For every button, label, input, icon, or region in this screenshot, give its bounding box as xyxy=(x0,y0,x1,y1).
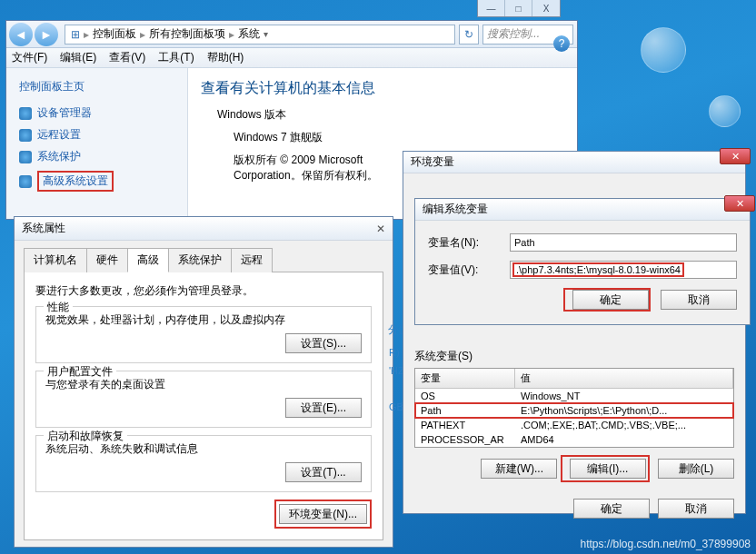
group-profiles: 用户配置文件 与您登录有关的桌面设置 设置(E)... xyxy=(35,371,372,428)
minimize-button[interactable]: — xyxy=(478,0,505,16)
nav-back-button[interactable]: ◄ xyxy=(9,23,33,46)
perf-settings-button[interactable]: 设置(S)... xyxy=(285,333,362,353)
cancel-button[interactable]: 取消 xyxy=(658,499,734,519)
watermark: https://blog.csdn.net/m0_37899908 xyxy=(581,538,751,550)
menu-tool[interactable]: 工具(T) xyxy=(158,50,194,65)
device-icon xyxy=(19,107,32,120)
menu-view[interactable]: 查看(V) xyxy=(109,50,145,65)
breadcrumb-dropdown-icon[interactable]: ▾ xyxy=(264,29,268,39)
address-toolbar: ◄ ► ⊞ ▸ 控制面板 ▸ 所有控制面板项 ▸ 系统 ▾ ↻ 搜索控制... xyxy=(6,21,577,48)
gear-icon xyxy=(19,175,32,188)
tab-protection[interactable]: 系统保护 xyxy=(168,248,232,272)
close-button[interactable]: ✕ xyxy=(720,148,751,164)
startup-settings-button[interactable]: 设置(T)... xyxy=(285,462,362,482)
menu-file[interactable]: 文件(F) xyxy=(12,50,47,65)
env-vars-button[interactable]: 环境变量(N)... xyxy=(279,504,367,524)
shield-icon xyxy=(19,151,32,163)
system-properties-dialog: 系统属性 ✕ 计算机名 硬件 高级 系统保护 远程 要进行大多数更改，您必须作为… xyxy=(14,216,393,548)
group-performance: 性能 视觉效果，处理器计划，内存使用，以及虚拟内存 设置(S)... xyxy=(35,306,372,363)
nav-forward-button[interactable]: ► xyxy=(35,23,58,46)
dialog-titlebar: 编辑系统变量 xyxy=(415,199,750,221)
table-row[interactable]: PathE:\Python\Scripts\;E:\Python\;D... xyxy=(415,403,733,418)
sidebar-item-protection[interactable]: 系统保护 xyxy=(19,149,174,164)
intro-text: 要进行大多数更改，您必须作为管理员登录。 xyxy=(35,283,372,299)
menu-help[interactable]: 帮助(H) xyxy=(207,50,244,65)
breadcrumb-seg1[interactable]: 控制面板 xyxy=(93,26,136,42)
edit-variable-dialog: 编辑系统变量 ✕ 变量名(N): Path 变量值(V): .\php7.3.4… xyxy=(414,198,751,325)
breadcrumb-seg2[interactable]: 所有控制面板项 xyxy=(149,26,225,42)
var-name-label: 变量名(N): xyxy=(428,235,510,251)
remote-icon xyxy=(19,129,32,142)
menu-bar: 文件(F) 编辑(E) 查看(V) 工具(T) 帮助(H) xyxy=(6,48,577,68)
edit-var-button[interactable]: 编辑(I)... xyxy=(570,459,646,479)
col-variable[interactable]: 变量 xyxy=(415,369,515,388)
close-button[interactable]: ✕ xyxy=(724,195,755,212)
tab-advanced[interactable]: 高级 xyxy=(127,248,169,272)
col-value[interactable]: 值 xyxy=(515,369,733,388)
refresh-button[interactable]: ↻ xyxy=(459,25,479,45)
sidebar-item-remote[interactable]: 远程设置 xyxy=(19,127,174,143)
section-windows-version: Windows 版本 xyxy=(217,107,564,123)
help-icon[interactable]: ? xyxy=(553,35,570,52)
var-value-label: 变量值(V): xyxy=(428,262,510,278)
ok-button[interactable]: 确定 xyxy=(573,499,650,519)
table-row[interactable]: OSWindows_NT xyxy=(415,389,733,403)
new-var-button[interactable]: 新建(W)... xyxy=(481,459,557,479)
breadcrumb-seg3[interactable]: 系统 xyxy=(238,26,260,42)
var-name-input[interactable]: Path xyxy=(510,233,737,252)
cancel-button[interactable]: 取消 xyxy=(661,290,737,310)
tab-strip: 计算机名 硬件 高级 系统保护 远程 xyxy=(24,248,383,272)
dialog-titlebar: 环境变量 xyxy=(403,152,745,173)
os-name: Windows 7 旗舰版 xyxy=(234,130,564,145)
sys-vars-label: 系统变量(S) xyxy=(414,349,734,364)
page-title: 查看有关计算机的基本信息 xyxy=(201,79,564,98)
maximize-button[interactable]: □ xyxy=(505,0,532,16)
delete-var-button[interactable]: 删除(L) xyxy=(658,459,734,479)
window-controls: — □ X xyxy=(477,0,561,17)
group-startup: 启动和故障恢复 系统启动、系统失败和调试信息 设置(T)... xyxy=(35,435,372,492)
sys-vars-table[interactable]: 变量 值 OSWindows_NT PathE:\Python\Scripts\… xyxy=(414,368,734,448)
control-panel-sidebar: 控制面板主页 设备管理器 远程设置 系统保护 高级系统设置 xyxy=(6,68,188,219)
breadcrumb[interactable]: ⊞ ▸ 控制面板 ▸ 所有控制面板项 ▸ 系统 ▾ xyxy=(65,25,455,45)
tab-computer-name[interactable]: 计算机名 xyxy=(24,248,87,272)
dialog-titlebar: 系统属性 ✕ xyxy=(15,217,393,241)
ok-button[interactable]: 确定 xyxy=(572,290,649,310)
tab-content-advanced: 要进行大多数更改，您必须作为管理员登录。 性能 视觉效果，处理器计划，内存使用，… xyxy=(24,272,383,540)
tab-hardware[interactable]: 硬件 xyxy=(86,248,128,272)
var-value-input[interactable]: .\php7.3.4nts;E:\mysql-8.0.19-winx64 xyxy=(510,261,737,279)
profiles-settings-button[interactable]: 设置(E)... xyxy=(285,398,362,418)
close-icon[interactable]: ✕ xyxy=(376,223,385,235)
table-row[interactable]: PROCESSOR_ARAMD64 xyxy=(415,432,733,447)
close-button[interactable]: X xyxy=(532,0,560,16)
sidebar-title: 控制面板主页 xyxy=(19,79,174,94)
sidebar-item-device-manager[interactable]: 设备管理器 xyxy=(19,105,174,121)
menu-edit[interactable]: 编辑(E) xyxy=(60,50,96,65)
tab-remote[interactable]: 远程 xyxy=(231,248,273,272)
table-row[interactable]: PATHEXT.COM;.EXE;.BAT;.CMD;.VBS;.VBE;... xyxy=(415,418,733,432)
sidebar-item-advanced[interactable]: 高级系统设置 xyxy=(19,171,174,192)
